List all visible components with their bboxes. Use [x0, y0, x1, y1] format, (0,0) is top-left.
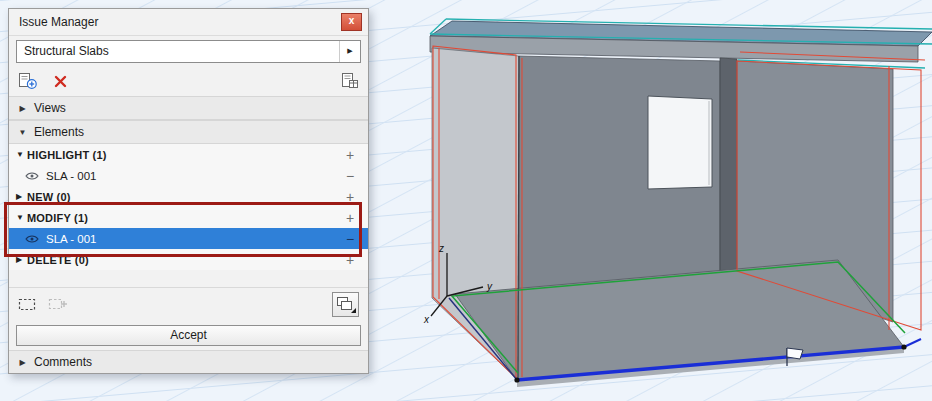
chevron-right-icon: ▶ — [16, 192, 27, 201]
remove-element-button[interactable]: − — [339, 232, 361, 246]
chevron-right-icon: ▶ — [18, 358, 27, 367]
scheme-selector-value: Structural Slabs — [17, 44, 339, 58]
panel-title: Issue Manager — [19, 15, 341, 29]
issue-details-icon[interactable] — [341, 73, 359, 90]
axis-label-z: z — [438, 243, 444, 254]
add-issue-icon[interactable] — [18, 73, 38, 90]
selection-toolbar — [9, 287, 368, 320]
chevron-down-icon: ▼ — [16, 150, 27, 159]
panel-titlebar[interactable]: Issue Manager x — [9, 9, 368, 36]
chevron-down-icon: ▼ — [16, 213, 27, 222]
section-header-views[interactable]: ▶ Views — [9, 96, 368, 120]
group-row-new[interactable]: ▶ NEW (0) + — [9, 186, 368, 207]
remove-element-button[interactable]: − — [339, 169, 361, 183]
add-elements-button[interactable]: + — [339, 211, 361, 225]
add-elements-button[interactable]: + — [339, 148, 361, 162]
group-row-delete[interactable]: ▶ DELETE (0) + — [9, 249, 368, 270]
chevron-right-icon: ▶ — [16, 255, 27, 264]
group-row-highlight[interactable]: ▼ HIGHLIGHT (1) + — [9, 144, 368, 165]
group-row-modify[interactable]: ▼ MODIFY (1) + — [9, 207, 368, 228]
issue-toolbar — [9, 66, 368, 96]
section-label-elements: Elements — [34, 125, 84, 139]
edge-endpoint-dot[interactable] — [901, 344, 906, 349]
scheme-selector[interactable]: Structural Slabs ▶ — [16, 40, 361, 63]
close-button[interactable]: x — [341, 13, 362, 31]
delete-issue-icon[interactable] — [54, 75, 67, 88]
add-selection-icon[interactable] — [48, 297, 68, 311]
elements-list: ▼ HIGHLIGHT (1) + SLA - 001 − ▶ NEW (0) … — [9, 144, 368, 270]
highlight-eye-icon — [25, 171, 39, 181]
accept-row: Accept — [9, 320, 368, 350]
chevron-right-icon: ▶ — [18, 104, 27, 113]
axis-label-x: x — [423, 314, 430, 325]
section-header-comments[interactable]: ▶ Comments — [9, 350, 368, 373]
wall-column[interactable] — [720, 58, 737, 271]
axis-label-y: y — [486, 281, 493, 292]
element-row-sla001-modify-selected[interactable]: SLA - 001 − — [9, 228, 368, 249]
window-opening[interactable] — [648, 96, 712, 189]
section-label-comments: Comments — [34, 355, 92, 369]
scheme-selector-row: Structural Slabs ▶ — [9, 36, 368, 66]
edge-endpoint-dot[interactable] — [514, 377, 519, 382]
accept-button[interactable]: Accept — [16, 325, 361, 346]
marquee-icon[interactable] — [18, 298, 36, 311]
add-elements-button[interactable]: + — [339, 253, 361, 267]
element-row-sla001-highlight[interactable]: SLA - 001 − — [9, 165, 368, 186]
section-header-elements[interactable]: ▼ Elements — [9, 120, 368, 144]
section-label-views: Views — [34, 101, 66, 115]
chevron-down-icon: ▼ — [18, 128, 27, 137]
issue-manager-panel: Issue Manager x Structural Slabs ▶ — [8, 8, 369, 374]
add-elements-button[interactable]: + — [339, 190, 361, 204]
highlight-eye-icon — [25, 234, 39, 244]
scheme-flyout-arrow-icon[interactable]: ▶ — [339, 41, 360, 62]
show-in-views-flyout-button[interactable] — [332, 292, 359, 317]
